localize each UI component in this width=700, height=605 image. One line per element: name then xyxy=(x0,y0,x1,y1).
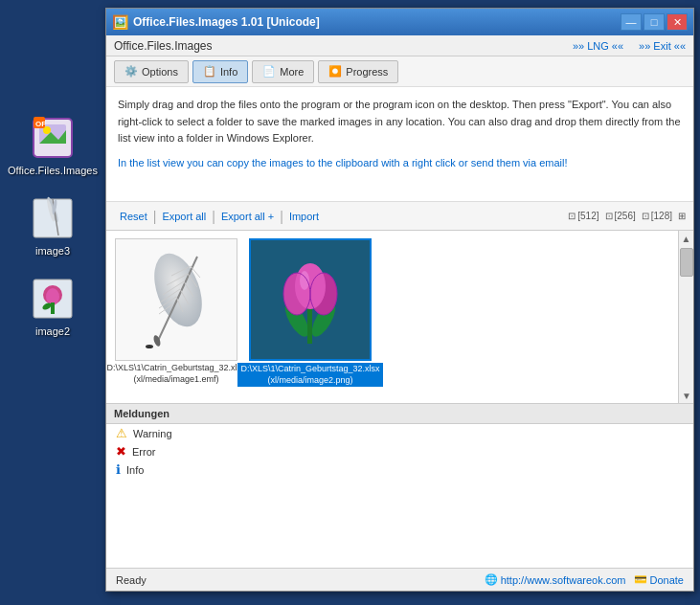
info-label: Info xyxy=(220,66,237,78)
desktop-icon-label-image3: image3 xyxy=(35,245,70,257)
content-area: Simply drag and drop the files onto the … xyxy=(106,87,693,568)
image-thumb-1 xyxy=(115,238,237,361)
scrollbar[interactable]: ▲ ▼ xyxy=(678,231,693,403)
main-window: 🖼️ Office.Files.Images 1.01 [Unicode] — … xyxy=(105,8,694,592)
scroll-up-arrow[interactable]: ▲ xyxy=(679,231,693,246)
desktop-icon-image3[interactable]: image3 xyxy=(14,195,91,257)
import-link[interactable]: Import xyxy=(283,211,325,222)
info-paragraph-1: Simply drag and drop the files onto the … xyxy=(118,97,682,147)
image-list: D:\XLS\1\Catrin_Geburtstag_32.xlsx (xl/m… xyxy=(106,231,693,403)
size-512-btn[interactable]: ⊡ [512] xyxy=(568,211,598,221)
action-bar: Reset | Export all | Export all + | Impo… xyxy=(106,202,693,231)
log-section: Meldungen ⚠ Warning ✖ Error ℹ Info xyxy=(106,403,693,499)
lng-link[interactable]: »» LNG «« xyxy=(573,40,623,52)
image-item-1[interactable]: D:\XLS\1\Catrin_Geburtstag_32.xlsx (xl/m… xyxy=(114,238,238,395)
size-256-btn[interactable]: ⊡ [256] xyxy=(605,211,636,221)
status-bar: Ready 🌐 http://www.softwareok.com 💳 Dona… xyxy=(106,568,693,591)
status-right: 🌐 http://www.softwareok.com 💳 Donate xyxy=(485,573,684,586)
title-bar: 🖼️ Office.Files.Images 1.01 [Unicode] — … xyxy=(106,9,693,35)
minimize-button[interactable]: — xyxy=(621,13,642,31)
menu-bar: Office.Files.Images »» LNG «« »» Exit «« xyxy=(106,35,693,56)
log-header: Meldungen xyxy=(106,404,693,424)
size-512-icon: ⊡ xyxy=(568,211,576,221)
donate-link[interactable]: 💳 Donate xyxy=(634,573,684,586)
image-list-container: D:\XLS\1\Catrin_Geburtstag_32.xlsx (xl/m… xyxy=(106,231,693,403)
size-buttons: ⊡ [512] ⊡ [256] ⊡ [128] ⊞ xyxy=(568,211,686,221)
window-controls: — □ ✕ xyxy=(621,13,688,31)
progress-button[interactable]: ⏺️ Progress xyxy=(318,60,398,83)
svg-point-37 xyxy=(295,263,326,309)
desktop: OF Office.Files.Images image3 xyxy=(0,0,105,605)
export-all-link[interactable]: Export all xyxy=(156,211,212,222)
more-button[interactable]: 📄 More xyxy=(252,60,314,83)
info-button[interactable]: 📋 Info xyxy=(192,60,248,83)
options-icon: ⚙️ xyxy=(124,65,138,78)
close-button[interactable]: ✕ xyxy=(666,13,688,31)
desktop-icon-label-office: Office.Files.Images xyxy=(8,165,98,176)
options-label: Options xyxy=(142,66,178,78)
svg-rect-14 xyxy=(51,302,55,314)
tulip-svg-container xyxy=(249,238,372,361)
info-icon: ℹ xyxy=(116,462,121,477)
app-name-menu: Office.Files.Images xyxy=(114,39,212,53)
svg-point-30 xyxy=(146,345,153,348)
more-label: More xyxy=(280,66,304,78)
website-link[interactable]: 🌐 http://www.softwareok.com xyxy=(485,573,626,586)
grid-icon: ⊞ xyxy=(678,211,686,221)
scroll-down-arrow[interactable]: ▼ xyxy=(679,388,693,403)
scroll-thumb[interactable] xyxy=(680,248,693,277)
desktop-icon-office-files-images[interactable]: OF Office.Files.Images xyxy=(14,115,91,176)
app-icon: 🖼️ xyxy=(112,14,127,30)
more-icon: 📄 xyxy=(262,65,276,78)
size-128-btn[interactable]: ⊡ [128] xyxy=(642,211,672,221)
website-text: http://www.softwareok.com xyxy=(501,574,626,586)
size-256-icon: ⊡ xyxy=(605,211,613,221)
export-all-plus-link[interactable]: Export all + xyxy=(215,211,280,222)
image-thumb-2 xyxy=(249,238,372,361)
size-128-icon: ⊡ xyxy=(642,211,649,221)
warning-icon: ⚠ xyxy=(116,426,127,440)
svg-rect-34 xyxy=(307,305,312,344)
log-item-info: ℹ Info xyxy=(106,460,693,479)
error-text: Error xyxy=(132,446,155,458)
info-icon: 📋 xyxy=(203,65,216,78)
donate-text: Donate xyxy=(650,574,684,586)
info-paragraph-2: In the list view you can copy the images… xyxy=(118,155,682,172)
donate-icon: 💳 xyxy=(634,573,647,586)
info-text-section: Simply drag and drop the files onto the … xyxy=(106,87,693,202)
error-icon: ✖ xyxy=(116,444,126,459)
svg-text:OF: OF xyxy=(35,120,46,128)
menu-bar-right: »» LNG «« »» Exit «« xyxy=(573,40,686,52)
toolbar: ⚙️ Options 📋 Info 📄 More ⏺️ Progress xyxy=(106,56,693,87)
progress-icon: ⏺️ xyxy=(328,65,342,78)
image-label-1: D:\XLS\1\Catrin_Geburtstag_32.xlsx (xl/m… xyxy=(106,363,245,385)
reset-link[interactable]: Reset xyxy=(114,211,153,222)
info-text: Info xyxy=(126,464,144,476)
globe-icon: 🌐 xyxy=(485,573,498,586)
progress-label: Progress xyxy=(346,66,388,78)
exit-link[interactable]: »» Exit «« xyxy=(639,40,686,52)
log-item-error: ✖ Error xyxy=(106,442,693,460)
maximize-button[interactable]: □ xyxy=(644,13,665,31)
warning-text: Warning xyxy=(133,428,172,439)
window-title: Office.Files.Images 1.01 [Unicode] xyxy=(133,15,615,29)
image-label-2: D:\XLS\1\Catrin_Geburtstag_32.xlsx (xl/m… xyxy=(237,363,382,387)
log-item-warning: ⚠ Warning xyxy=(106,424,693,442)
desktop-icon-image2[interactable]: image2 xyxy=(14,276,91,337)
status-ready: Ready xyxy=(116,574,147,586)
options-button[interactable]: ⚙️ Options xyxy=(114,60,189,83)
desktop-icon-label-image2: image2 xyxy=(35,325,70,337)
image-item-2[interactable]: D:\XLS\1\Catrin_Geburtstag_32.xlsx (xl/m… xyxy=(248,238,373,395)
